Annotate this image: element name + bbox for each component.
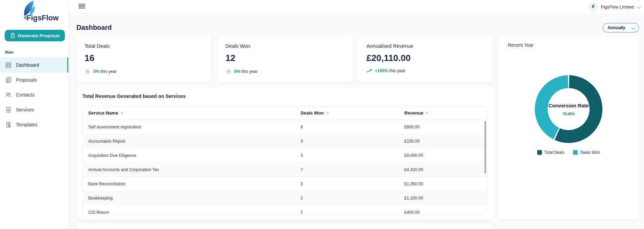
deals-won-cell: 7 (295, 167, 399, 172)
services-table-header: Service NameDeals WonRevenue (83, 106, 487, 120)
sort-icon[interactable] (121, 111, 123, 114)
services-table-title: Total Revenue Generated based on Service… (82, 93, 186, 99)
services-table-body: Self assessment registration6£600.00Acco… (83, 120, 487, 215)
stat-card-value: 16 (85, 53, 203, 63)
donut-chart-svg[interactable] (534, 75, 603, 144)
change-percent: +165% (375, 68, 388, 73)
column-header-deals-won[interactable]: Deals Won (295, 110, 399, 116)
sidebar-item-proposals[interactable]: Proposals (0, 72, 68, 87)
change-percent: 0% (93, 69, 99, 74)
table-row: CIS Return2£400.00 (83, 205, 487, 215)
trend-flat-icon: ≈ (225, 68, 232, 75)
recent-year-title: Recent Year (508, 42, 533, 48)
revenue-cell: £1,200.00 (399, 196, 487, 201)
stat-card-total-deals: Total Deals16≈0% this year (76, 36, 211, 82)
change-suffix: this year (101, 69, 117, 74)
deals-won-cell: 2 (295, 196, 399, 201)
topbar: FigsFlow Limited (69, 0, 644, 14)
stat-card-title: Total Deals (85, 43, 203, 49)
deals-won-cell: 3 (295, 139, 399, 144)
period-filter-select[interactable]: Annually (603, 23, 639, 33)
table-row: Annual Accounts and Corporation Tax7£4,3… (83, 163, 487, 177)
column-label: Revenue (404, 110, 423, 116)
sidebar-nav: DashboardProposalsContactsServicesTempla… (0, 58, 68, 132)
sidebar: FigsFlow Generate Proposal Main Dashboar… (0, 0, 69, 229)
table-row: Bank Reconciliation3£1,350.00 (83, 177, 487, 191)
sidebar-item-label: Templates (16, 122, 38, 127)
services-revenue-card: Total Revenue Generated based on Service… (76, 87, 493, 219)
sidebar-item-dashboard[interactable]: Dashboard (0, 58, 68, 72)
stat-card-annualised-revenue: Annualised Revenue£20,110.00+165% this y… (358, 36, 493, 82)
stat-card-deals-won: Deals Won12≈0% this year (217, 36, 352, 82)
service-name-cell: Annual Accounts and Corporation Tax (83, 167, 295, 172)
stat-card-title: Annualised Revenue (366, 43, 485, 49)
sidebar-item-label: Contacts (16, 92, 34, 98)
legend-item-total-deals[interactable]: Total Deals (537, 150, 564, 155)
trend-flat-icon: ≈ (85, 68, 91, 75)
stat-card-change: ≈0% this year (225, 68, 344, 75)
sort-icon[interactable] (426, 111, 428, 114)
chevron-down-icon (631, 25, 636, 29)
column-label: Deals Won (301, 110, 324, 116)
sort-icon[interactable] (326, 111, 329, 114)
table-row: Acquisition Due Diligence3£9,000.00 (83, 148, 487, 163)
trend-up-icon (366, 68, 372, 73)
template-search-icon (5, 122, 11, 128)
stat-card-change: +165% this year (366, 68, 485, 73)
change-suffix: this year (242, 69, 258, 74)
legend-swatch (573, 150, 578, 155)
column-label: Service Name (88, 110, 118, 116)
stat-card-title: Deals Won (225, 43, 344, 49)
service-document-icon (5, 107, 11, 113)
service-name-cell: Bookkeeping (83, 196, 295, 201)
stat-card-change: ≈0% this year (85, 68, 203, 75)
chevron-down-icon (637, 4, 641, 8)
figsflow-logo: FigsFlow (12, 0, 63, 25)
next-section-card-peek (76, 224, 493, 229)
revenue-cell: £150.00 (399, 139, 487, 144)
stat-card-value: £20,110.00 (366, 53, 485, 63)
svg-text:FigsFlow: FigsFlow (26, 14, 59, 22)
sidebar-item-contacts[interactable]: Contacts (0, 87, 68, 102)
sidebar-item-label: Services (16, 107, 34, 112)
legend-item-deals-won[interactable]: Deals Won (573, 150, 600, 155)
deals-won-cell: 3 (295, 153, 399, 158)
sidebar-item-label: Dashboard (16, 62, 39, 68)
period-filter-value: Annually (607, 25, 625, 30)
column-header-service-name[interactable]: Service Name (83, 110, 295, 116)
company-avatar (589, 2, 598, 12)
generate-proposal-button[interactable]: Generate Proposal (5, 30, 65, 41)
conversion-donut-chart: Conversion Rate 75.00% (534, 75, 603, 144)
service-name-cell: Acquisition Due Diligence (83, 153, 295, 158)
sidebar-section-label: Main (5, 50, 14, 54)
service-name-cell: CIS Return (83, 210, 295, 215)
deals-won-cell: 2 (295, 210, 399, 215)
proposal-document-icon (5, 77, 11, 83)
revenue-cell: £9,000.00 (399, 153, 487, 158)
table-scrollbar[interactable] (484, 121, 486, 173)
people-icon (5, 92, 11, 98)
sidebar-item-templates[interactable]: Templates (0, 117, 68, 132)
recent-year-card: Recent Year Conversion Rate 75.00% Total… (498, 36, 639, 220)
column-header-revenue[interactable]: Revenue (399, 110, 487, 116)
revenue-cell: £600.00 (399, 125, 487, 129)
table-row: Self assessment registration6£600.00 (83, 120, 487, 134)
table-row: Bookkeeping2£1,200.00 (83, 191, 487, 205)
legend-label: Total Deals (544, 150, 564, 155)
revenue-cell: £4,320.00 (399, 167, 487, 172)
chart-legend: Total DealsDeals Won (498, 150, 639, 155)
revenue-cell: £1,350.00 (399, 182, 487, 186)
change-percent: 0% (234, 69, 240, 74)
account-menu[interactable]: FigsFlow Limited (589, 1, 640, 13)
table-row: Accountants Report3£150.00 (83, 134, 487, 148)
sidebar-item-label: Proposals (16, 77, 37, 83)
sidebar-item-services[interactable]: Services (0, 102, 68, 117)
deals-won-cell: 6 (295, 125, 399, 129)
legend-label: Deals Won (580, 150, 600, 155)
services-table: Service NameDeals WonRevenue Self assess… (82, 106, 487, 215)
revenue-cell: £400.00 (399, 210, 487, 215)
generate-proposal-label: Generate Proposal (18, 33, 59, 38)
service-name-cell: Bank Reconciliation (83, 182, 295, 186)
hamburger-menu-icon[interactable] (78, 3, 85, 9)
page-title: Dashboard (76, 24, 112, 32)
